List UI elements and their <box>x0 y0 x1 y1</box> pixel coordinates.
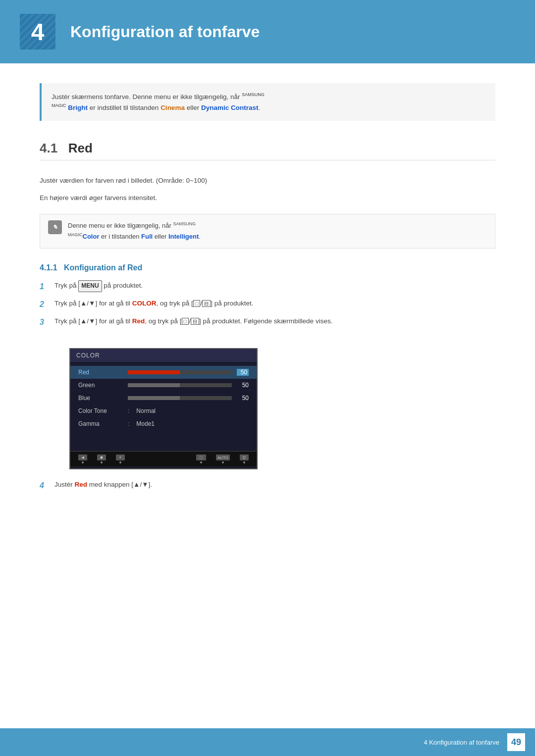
osd-bar-green-container <box>128 383 232 387</box>
osd-bar-red-fill <box>128 370 180 374</box>
osd-value-blue: 50 <box>237 395 249 402</box>
section-4-1: 4.1 Red Justér værdien for farven rød i … <box>40 141 495 492</box>
step4-red: Red <box>75 481 88 488</box>
osd-auto-dot <box>222 461 224 463</box>
chapter-number-box: 4 <box>20 14 55 50</box>
desc2: En højere værdi øger farvens intensitet. <box>40 193 495 204</box>
osd-option-gamma: Mode1 <box>136 420 155 427</box>
intro-text: Justér skærmens tonfarve. Denne menu er … <box>52 93 242 101</box>
osd-option-colortone: Normal <box>136 407 156 414</box>
osd-bar-blue-fill <box>128 396 180 400</box>
cinema-label: Cinema <box>160 104 185 111</box>
osd-label-blue: Blue <box>78 395 123 402</box>
osd-value-red: 50 <box>237 369 249 376</box>
subsection-title-4-1-1: 4.1.1 Konfiguration af Red <box>40 263 495 272</box>
chapter-title: Konfiguration af tonfarve <box>70 23 260 41</box>
dynamic-contrast-label: Dynamic Contrast <box>201 104 259 111</box>
osd-menu-icon: ■ <box>97 454 106 460</box>
osd-monitor-icon: □ <box>196 454 206 460</box>
osd-bottom-bar: ◄ ■ + □ <box>70 451 257 466</box>
section-title-4-1: 4.1 Red <box>40 141 495 160</box>
intro-box: Justér skærmens tonfarve. Denne menu er … <box>40 83 495 121</box>
osd-label-green: Green <box>78 382 123 389</box>
footer-page-number: 49 <box>507 733 525 751</box>
steps-list: 1 Tryk på MENU på produktet. 2 Tryk på [… <box>40 280 495 328</box>
menu-key: MENU <box>78 280 102 292</box>
osd-btn-left: ◄ <box>78 454 87 463</box>
osd-monitor-dot <box>200 461 202 463</box>
osd-left-icon: ◄ <box>78 454 87 460</box>
osd-bar-blue-container <box>128 396 232 400</box>
main-content: Justér skærmens tonfarve. Denne menu er … <box>0 78 535 542</box>
osd-label-gamma: Gamma <box>78 420 123 427</box>
intro-bright: Bright <box>66 104 90 111</box>
osd-btn-plus: + <box>116 454 125 463</box>
osd-label-colortone: Color Tone <box>78 407 123 414</box>
osd-row-empty2 <box>70 439 257 448</box>
note-full: Full <box>141 233 153 241</box>
osd-btn-monitor: □ <box>196 454 206 463</box>
step-4: 4 Justér Red med knappen [▲/▼]. <box>40 479 495 492</box>
osd-screen: COLOR Red 50 Green <box>69 348 258 469</box>
osd-container: COLOR Red 50 Green <box>69 348 258 469</box>
osd-title: COLOR <box>70 349 257 362</box>
osd-menu-dot <box>101 461 103 463</box>
osd-btn-power: ⊙ <box>240 454 249 463</box>
note-color: Color <box>83 233 100 241</box>
chapter-header: 4 Konfiguration af tonfarve <box>0 0 535 63</box>
osd-row-gamma: Gamma : Mode1 <box>70 417 257 430</box>
step-3: 3 Tryk på [▲/▼] for at gå til Red, og tr… <box>40 316 495 329</box>
chapter-number: 4 <box>31 18 45 46</box>
osd-row-blue: Blue 50 <box>70 392 257 404</box>
step-2: 2 Tryk på [▲/▼] for at gå til COLOR, og … <box>40 298 495 311</box>
step-4-list: 4 Justér Red med knappen [▲/▼]. <box>40 479 495 492</box>
osd-body: Red 50 Green 50 <box>70 362 257 468</box>
red-key: Red <box>132 317 145 325</box>
osd-btn-auto: AUTO <box>216 454 230 463</box>
note-box: ✎ Denne menu er ikke tilgængelig, når SA… <box>40 214 495 249</box>
osd-left-dot <box>82 461 84 463</box>
osd-label-red: Red <box>78 369 123 376</box>
osd-auto-icon: AUTO <box>216 454 230 460</box>
osd-plus-dot <box>119 461 121 463</box>
osd-btn-menu: ■ <box>97 454 106 463</box>
note-intelligent: Intelligent <box>168 233 199 241</box>
osd-row-colortone: Color Tone : Normal <box>70 404 257 417</box>
osd-value-green: 50 <box>237 382 249 389</box>
desc1: Justér værdien for farven rød i billedet… <box>40 175 495 187</box>
osd-row-red: Red 50 <box>70 366 257 379</box>
color-key: COLOR <box>132 300 157 307</box>
osd-row-empty1 <box>70 430 257 439</box>
page-footer: 4 Konfiguration af tonfarve 49 <box>0 728 535 756</box>
osd-row-green: Green 50 <box>70 379 257 392</box>
osd-plus-icon: + <box>116 454 125 460</box>
osd-power-icon: ⊙ <box>240 454 249 460</box>
osd-bar-red-container <box>128 370 232 374</box>
note-text: Denne menu er ikke tilgængelig, når SAMS… <box>68 220 201 242</box>
step-1: 1 Tryk på MENU på produktet. <box>40 280 495 293</box>
note-icon: ✎ <box>48 220 62 234</box>
osd-bar-green-fill <box>128 383 180 387</box>
footer-chapter-ref: 4 Konfiguration af tonfarve <box>424 739 500 746</box>
osd-power-dot <box>243 461 245 463</box>
